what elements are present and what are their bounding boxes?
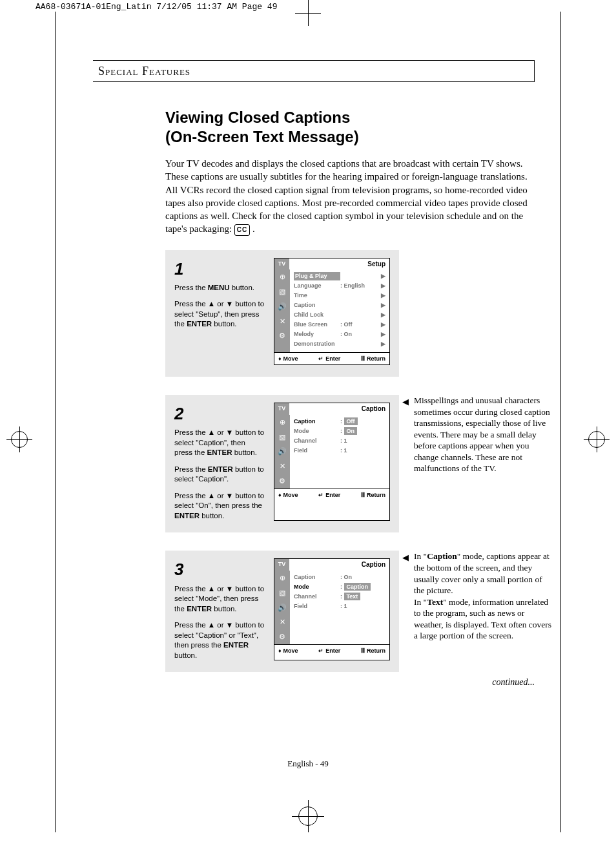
r: : 1 bbox=[340, 437, 385, 445]
t: ENTER bbox=[208, 465, 233, 473]
step-2-row: 2 Press the ▲ or ▼ button to select "Cap… bbox=[165, 395, 535, 532]
step-3-number: 3 bbox=[174, 558, 265, 581]
r: Melody bbox=[294, 330, 340, 338]
r: : Off bbox=[340, 321, 379, 328]
n: In " bbox=[414, 551, 427, 561]
t: ENTER bbox=[223, 641, 249, 649]
step-2-text: 2 Press the ▲ or ▼ button to select "Cap… bbox=[174, 403, 265, 521]
osd-tv: TV bbox=[274, 559, 290, 571]
t: Press the bbox=[174, 284, 208, 291]
mute-icon: ✕ bbox=[280, 461, 285, 471]
side-note-3: ◀ In "Caption" mode, captions appear at … bbox=[414, 551, 553, 641]
osd-caption-on: TVCaption ⊕ ▧ 🔊 ✕ ⚙ Caption: Off bbox=[274, 403, 390, 521]
setup-icon: ⚙ bbox=[279, 331, 285, 341]
crop-mark-left bbox=[6, 426, 32, 452]
content-area: Viewing Closed Captions (On-Screen Text … bbox=[165, 108, 535, 688]
t: button. bbox=[212, 320, 236, 328]
intro-paragraph: Your TV decodes and displays the closed … bbox=[165, 157, 535, 236]
t: button. bbox=[212, 605, 236, 613]
t: button. bbox=[200, 512, 224, 520]
menu-icon: Ⅲ bbox=[361, 491, 365, 499]
updown-icon: ♦ bbox=[278, 355, 282, 363]
f: Enter bbox=[325, 491, 340, 499]
t: button. bbox=[232, 448, 256, 456]
t: Press the ▲ or ▼ button to select "Capti… bbox=[174, 621, 264, 649]
step-1-box: 1 Press the MENU button. Press the ▲ or … bbox=[165, 250, 399, 377]
section-header-text: Special Features bbox=[98, 65, 190, 78]
osd-iconbar: ⊕ ▧ 🔊 ✕ ⚙ bbox=[274, 269, 290, 352]
r: Mode bbox=[294, 427, 340, 435]
osd-footer: ♦Move ↵Enter ⅢReturn bbox=[274, 352, 389, 364]
updown-icon: ♦ bbox=[278, 491, 282, 499]
updown-icon: ♦ bbox=[278, 647, 282, 655]
t: Press the ▲ or ▼ button to select "On", … bbox=[174, 492, 264, 510]
osd-title: Setup bbox=[290, 258, 389, 270]
t: Press the bbox=[174, 465, 208, 473]
r: Caption bbox=[294, 573, 340, 581]
setup-icon: ⚙ bbox=[279, 476, 285, 486]
arrow-icon: ▶ bbox=[379, 311, 385, 319]
step-3-text: 3 Press the ▲ or ▼ button to select "Mod… bbox=[174, 558, 265, 660]
mute-icon: ✕ bbox=[280, 317, 285, 326]
pointer-left-icon: ◀ bbox=[402, 553, 409, 563]
arrow-icon: ▶ bbox=[379, 301, 385, 309]
t: button. bbox=[230, 284, 254, 291]
f: Return bbox=[367, 355, 385, 363]
t: ENTER bbox=[174, 512, 200, 520]
f: Return bbox=[367, 647, 385, 655]
r: Language bbox=[294, 282, 340, 289]
osd-footer: ♦Move ↵Enter ⅢReturn bbox=[274, 489, 389, 501]
osd-title: Caption bbox=[290, 403, 389, 415]
r: Caption bbox=[294, 301, 340, 309]
f: Enter bbox=[325, 647, 340, 655]
r: : On bbox=[340, 573, 385, 581]
title-line1: Viewing Closed Captions bbox=[165, 109, 350, 126]
osd-tv: TV bbox=[274, 403, 290, 415]
step-1-text: 1 Press the MENU button. Press the ▲ or … bbox=[174, 258, 265, 366]
steps-column: 1 Press the MENU button. Press the ▲ or … bbox=[165, 250, 535, 673]
antenna-icon: ⊕ bbox=[280, 573, 285, 583]
menu-icon: Ⅲ bbox=[361, 355, 365, 363]
osd-title: Caption bbox=[290, 559, 389, 571]
r: On bbox=[344, 427, 358, 435]
r: : On bbox=[340, 330, 379, 338]
r: Blue Screen bbox=[294, 321, 340, 328]
crop-mark-bottom bbox=[292, 800, 324, 832]
picture-icon: ▧ bbox=[279, 588, 285, 598]
t: MENU bbox=[208, 284, 230, 291]
menu-icon: Ⅲ bbox=[361, 647, 365, 655]
cc-symbol-icon: CC bbox=[234, 224, 250, 236]
sound-icon: 🔊 bbox=[278, 447, 287, 456]
osd-setup: TVSetup ⊕ ▧ 🔊 ✕ ⚙ Plug & Play▶ bbox=[274, 258, 390, 366]
setup-icon: ⚙ bbox=[279, 632, 285, 642]
note-text: Misspellings and unusual characters some… bbox=[414, 395, 550, 473]
t: ENTER bbox=[207, 448, 232, 456]
antenna-icon: ⊕ bbox=[280, 272, 285, 282]
r: Text bbox=[344, 593, 361, 600]
r: : 1 bbox=[340, 447, 385, 454]
intro-text: Your TV decodes and displays the closed … bbox=[165, 158, 528, 234]
f: Move bbox=[283, 355, 298, 363]
r: Child Lock bbox=[294, 311, 340, 319]
n: In " bbox=[414, 597, 427, 607]
continued-text: continued... bbox=[165, 677, 535, 688]
r: Mode bbox=[294, 583, 340, 591]
arrow-icon: ▶ bbox=[379, 282, 385, 289]
r: Plug & Play bbox=[294, 272, 340, 280]
r: Field bbox=[294, 447, 340, 454]
enter-icon: ↵ bbox=[318, 647, 323, 655]
n: Text bbox=[427, 597, 443, 607]
page-footer: English - 49 bbox=[81, 759, 535, 769]
r: Caption bbox=[294, 417, 340, 425]
page-title: Viewing Closed Captions (On-Screen Text … bbox=[165, 108, 535, 147]
osd-caption-mode: TVCaption ⊕ ▧ 🔊 ✕ ⚙ Caption: On bbox=[274, 558, 390, 660]
r: Field bbox=[294, 602, 340, 610]
f: Enter bbox=[325, 355, 340, 363]
picture-icon: ▧ bbox=[279, 432, 285, 442]
step-1-row: 1 Press the MENU button. Press the ▲ or … bbox=[165, 250, 535, 377]
section-header: Special Features bbox=[93, 60, 535, 82]
step-3-row: 3 Press the ▲ or ▼ button to select "Mod… bbox=[165, 551, 535, 672]
r: Off bbox=[344, 417, 358, 425]
n: Caption bbox=[427, 551, 457, 561]
sound-icon: 🔊 bbox=[278, 603, 287, 613]
